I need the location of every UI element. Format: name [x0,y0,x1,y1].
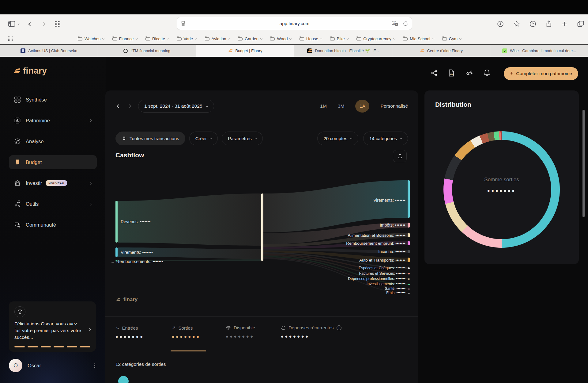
share-icon[interactable] [546,20,552,28]
bell-icon[interactable] [483,69,491,77]
distribution-donut[interactable]: Somme sorties ••••••• [443,131,560,248]
sidebar-item-investir[interactable]: Investir NOUVEAU [9,176,97,190]
bookmark-folder[interactable]: Mia School [403,36,434,41]
translate-icon[interactable]: A x [392,21,398,26]
bookmark-folder[interactable]: House [300,36,322,41]
sidebar-item-patrimoine[interactable]: Patrimoine [9,113,97,128]
trophy-icon [14,306,25,317]
date-range-selector[interactable]: 1 sept. 2024 - 31 août 2025 [138,100,214,113]
reload-icon[interactable] [403,21,408,26]
categories-filter[interactable]: 14 catégories [363,132,408,145]
share-network-icon[interactable] [431,69,438,77]
stat-value-1: ••••••• [172,333,201,341]
url-text[interactable]: app.finary.com [177,21,412,26]
sidebar-item-communaute[interactable]: Communauté [9,218,97,232]
tab-donation-bitcoin[interactable]: Donnation bitcoin - Fiscalité 🌱 - F... [294,45,392,57]
finary-logo[interactable]: finary [14,66,47,76]
stat-sorties[interactable]: ↗ Sorties ••••••• [172,325,201,341]
bank-icon [14,179,21,187]
new-tab-icon[interactable] [561,21,567,27]
sankey-node-frais [408,293,410,294]
finary-app: finary Synthèse [0,57,588,383]
back-button[interactable] [29,21,32,27]
receipt-icon [14,159,21,166]
accounts-filter[interactable]: 20 comptes [317,132,358,145]
forward-button[interactable] [42,21,45,27]
sankey-label-factures: Factures et Services: ••••••• [359,271,405,276]
tab-ltm[interactable]: LTM financial meaning [98,45,196,57]
categories-summary: 12 catégories de sorties [115,362,166,367]
sidebar-toggle-icon[interactable] [8,21,20,27]
sankey-label-investissements: Investissements: ••••••• [367,282,405,286]
bookmark-folder[interactable]: Varie [177,36,197,41]
tab-overview-icon[interactable] [55,21,61,27]
pdf-export-icon[interactable]: PDF [448,69,455,77]
bookmark-folder[interactable]: Garden [238,36,262,41]
bookmark-folder[interactable]: Finance [112,36,138,41]
complete-patrimoine-button[interactable]: + Compléter mon patrimoine [504,67,578,80]
svg-text:x: x [396,23,397,25]
finary-logo-word: finary [23,66,47,76]
sidebar-item-analyse[interactable]: Analyse [9,134,97,148]
finary-logo-icon [116,298,121,302]
bookmark-folder[interactable]: Watches [78,36,104,41]
chevron-down-icon [209,137,212,139]
stat-depenses-recurrentes[interactable]: Dépenses récurrentes i ••••••• [281,325,341,341]
folder-icon [205,37,209,40]
tab-help-center[interactable]: Centre d'aide Finary [392,45,490,57]
bookmark-star-icon[interactable] [513,21,520,27]
url-bar[interactable]: app.finary.com A x [177,17,412,30]
folder-icon [356,37,361,40]
cashflow-stats: ↘ Entrées ••••••• ↗ Sorties ••••••• [105,325,418,353]
period-custom[interactable]: Personnalisé [380,103,408,109]
sidebar-item-outils[interactable]: Outils [9,197,97,211]
page-scrollbar[interactable] [582,110,585,217]
export-button[interactable] [393,150,407,162]
period-3m[interactable]: 3M [338,103,345,109]
stat-disponible[interactable]: Disponible ••••••• [226,325,255,341]
all-transactions-filter[interactable]: Toutes mes transactions [115,132,185,145]
sankey-node-sante [408,289,410,289]
sidebar-item-synthese[interactable]: Synthèse [9,93,97,107]
next-period-button[interactable] [126,103,133,109]
stat-value-3: ••••••• [281,332,341,341]
previous-period-button[interactable] [115,103,122,109]
tab-wise[interactable]: 7 Wise - Cambiare il modo in cui dete... [490,45,588,57]
tab-switcher-icon[interactable] [577,21,584,27]
nouveau-badge: NOUVEAU [46,180,67,186]
bookmark-folder[interactable]: Wood [270,36,291,41]
downloads-icon[interactable] [497,21,504,27]
bookmark-folder[interactable]: Cryptocurrency [356,36,395,41]
folder-icon [78,37,82,40]
period-1m[interactable]: 1M [320,103,327,109]
sankey-label-alimentation: Alimentation et Boissons: ••••••• [348,233,406,238]
settings-button[interactable]: Paramètres [222,132,263,145]
sidebar-item-label: Investir [26,180,42,186]
chevron-down-icon [400,137,402,139]
info-icon[interactable]: i [337,325,341,330]
bookmark-folder[interactable]: Aviation [205,36,230,41]
tab-bourseko[interactable]: Actions US | Club Bourseko [0,45,98,57]
bookmark-folder[interactable]: Gym [442,36,461,41]
cashflow-sankey-chart: Revenus: ••••••• Virements: ••••••• Remb… [105,172,418,308]
kebab-menu-icon[interactable] [93,362,96,369]
eye-off-icon[interactable] [465,69,473,77]
cashflow-title: Cashflow [115,151,144,159]
sankey-node-inconnu [408,250,410,253]
sidebar-item-label: Budget [26,159,42,165]
chevron-right-icon [89,182,92,185]
period-1a[interactable]: 1A [355,100,369,113]
user-menu[interactable]: O Oscar [9,359,96,372]
create-button[interactable]: Créer [189,132,218,145]
sidebar-chevron-icon[interactable] [18,23,20,25]
history-icon[interactable] [530,21,536,27]
stat-entrees[interactable]: ↘ Entrées ••••••• [115,325,144,341]
tab-budget-finary[interactable]: Budget | Finary [196,45,294,57]
favorites-grid-icon[interactable] [8,36,13,41]
scale-icon [226,325,231,330]
achievement-card[interactable]: Félicitations Oscar, vous avez fait votr… [9,301,96,352]
bookmark-folder[interactable]: Ricette [145,36,169,41]
bookmark-folder[interactable]: Bike [330,36,349,41]
sidebar-item-budget[interactable]: Budget [9,155,97,169]
finary-favicon [228,49,233,53]
